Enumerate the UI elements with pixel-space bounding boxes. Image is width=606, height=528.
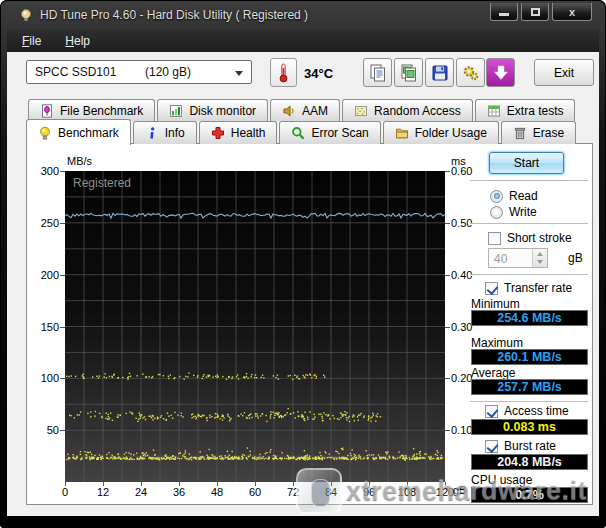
left-axis-tick-label: 250 xyxy=(33,217,59,229)
burst-rate-checkbox[interactable] xyxy=(485,440,498,453)
exit-button[interactable]: Exit xyxy=(534,59,594,86)
x-axis-tick-label: 36 xyxy=(167,486,191,498)
tab-info[interactable]: Info xyxy=(133,121,197,144)
temperature-value: 34°C xyxy=(304,66,333,81)
x-axis-tick-label: 12 xyxy=(91,486,115,498)
spinner-up-icon[interactable] xyxy=(537,252,543,256)
transfer-rate-checkbox[interactable] xyxy=(485,282,498,295)
save-icon xyxy=(431,64,449,82)
right-axis-tick xyxy=(445,223,450,224)
read-radio-row[interactable]: Read xyxy=(490,189,538,203)
plot-canvas: Registered xyxy=(65,171,445,482)
tab-extra-tests[interactable]: Extra tests xyxy=(475,99,576,121)
drive-select[interactable]: SPCC SSD101 (120 gB) xyxy=(26,60,252,84)
write-radio-row[interactable]: Write xyxy=(490,205,537,219)
copy-text-button[interactable] xyxy=(363,58,392,87)
burst-rate-row[interactable]: Burst rate xyxy=(485,439,556,453)
copy-image-icon xyxy=(400,64,418,82)
short-stroke-row[interactable]: Short stroke xyxy=(488,231,572,245)
access-time-value-display: 0.083 ms xyxy=(471,419,588,435)
tab-random-access[interactable]: Random Access xyxy=(342,99,473,121)
x-axis-tick-label: 96 xyxy=(357,486,381,498)
cpu-usage-value-display: 0.7% xyxy=(471,487,588,503)
access-time-checkbox[interactable] xyxy=(485,405,498,418)
minimize-button[interactable] xyxy=(490,3,518,21)
tab-label: Erase xyxy=(533,126,564,140)
read-radio[interactable] xyxy=(490,190,503,203)
right-axis-tick xyxy=(445,171,450,172)
right-axis-tick-label: 0.30 xyxy=(451,321,472,333)
x-axis-tick xyxy=(369,482,370,486)
separator xyxy=(470,274,588,276)
tab-disk-monitor[interactable]: Disk monitor xyxy=(157,99,268,121)
cpu-usage-label: CPU usage xyxy=(471,473,532,487)
tab-folder-usage[interactable]: Folder Usage xyxy=(383,121,499,144)
access-time-row[interactable]: Access time xyxy=(485,404,569,418)
app-icon xyxy=(19,8,33,22)
read-label: Read xyxy=(509,189,538,203)
x-axis-tick xyxy=(141,482,142,486)
maximum-value-display: 260.1 MB/s xyxy=(471,349,588,365)
update-button[interactable] xyxy=(486,58,515,87)
right-axis-tick-label: 0.20 xyxy=(451,372,472,384)
x-axis-tick-label: 108 xyxy=(395,486,419,498)
save-button[interactable] xyxy=(425,58,454,87)
left-axis-tick xyxy=(60,223,65,224)
tab-row-bottom: BenchmarkInfoHealthError ScanFolder Usag… xyxy=(26,121,576,144)
chevron-down-icon xyxy=(235,71,243,76)
client-area: SPCC SSD101 (120 gB) 34°C xyxy=(7,52,599,516)
titlebar[interactable]: HD Tune Pro 4.60 - Hard Disk Utility ( R… xyxy=(0,0,606,30)
tab-erase[interactable]: Erase xyxy=(501,121,576,144)
right-axis-tick-label: 0.60 xyxy=(451,165,472,177)
transfer-rate-row[interactable]: Transfer rate xyxy=(485,281,572,295)
start-button[interactable]: Start xyxy=(489,152,564,174)
tab-aam[interactable]: AAM xyxy=(270,99,340,121)
copy-image-button[interactable] xyxy=(394,58,423,87)
spinner-arrows[interactable] xyxy=(532,249,547,267)
app-window: HD Tune Pro 4.60 - Hard Disk Utility ( R… xyxy=(0,0,606,528)
options-gears-icon xyxy=(462,64,480,82)
x-axis-tick xyxy=(179,482,180,486)
x-axis-tick-label: 72 xyxy=(281,486,305,498)
x-axis-tick xyxy=(217,482,218,486)
right-axis-tick xyxy=(445,327,450,328)
short-stroke-checkbox[interactable] xyxy=(488,232,501,245)
options-button[interactable] xyxy=(456,58,485,87)
close-button[interactable]: x xyxy=(552,3,592,21)
tab-label: Extra tests xyxy=(507,104,564,118)
left-axis-tick-label: 300 xyxy=(33,165,59,177)
menu-help[interactable]: Help xyxy=(65,34,90,48)
exit-label: Exit xyxy=(554,66,574,80)
x-axis-tick xyxy=(103,482,104,486)
left-axis-tick xyxy=(60,171,65,172)
tab-health[interactable]: Health xyxy=(199,121,278,144)
x-axis-tick xyxy=(293,482,294,486)
menu-file[interactable]: File xyxy=(22,34,41,48)
svg-text:Registered: Registered xyxy=(73,176,131,190)
separator xyxy=(470,223,588,225)
burst-rate-label: Burst rate xyxy=(504,439,556,453)
maximize-button[interactable] xyxy=(521,3,549,21)
tab-label: Disk monitor xyxy=(189,104,256,118)
short-stroke-label: Short stroke xyxy=(507,231,572,245)
x-axis-tick xyxy=(445,482,446,486)
left-axis-tick-label: 100 xyxy=(33,372,59,384)
write-radio[interactable] xyxy=(490,206,503,219)
tab-label: Health xyxy=(231,126,266,140)
right-axis-tick xyxy=(445,275,450,276)
tab-benchmark[interactable]: Benchmark xyxy=(26,119,131,145)
tab-file-benchmark[interactable]: File Benchmark xyxy=(28,99,155,121)
tab-label: Folder Usage xyxy=(415,126,487,140)
short-stroke-spinner[interactable]: 40 xyxy=(488,248,548,268)
spinner-down-icon[interactable] xyxy=(537,260,543,264)
x-axis-tick xyxy=(407,482,408,486)
left-axis-tick xyxy=(60,327,65,328)
temperature-button[interactable] xyxy=(270,58,297,87)
thermometer-icon xyxy=(275,62,292,84)
tab-error-scan[interactable]: Error Scan xyxy=(279,121,380,144)
minimum-label: Minimum xyxy=(471,297,520,311)
access-time-label: Access time xyxy=(504,404,569,418)
tab-label: AAM xyxy=(302,104,328,118)
tab-label: Benchmark xyxy=(58,126,119,140)
burst-rate-value-display: 204.8 MB/s xyxy=(471,454,588,470)
